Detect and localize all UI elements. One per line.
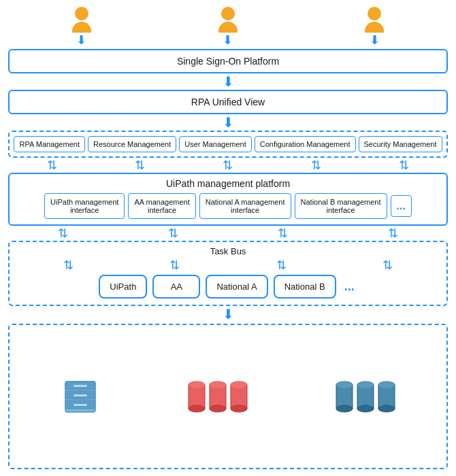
db-red-icon-1 xyxy=(187,378,206,415)
arrows-row-2: ⇅ ⇅ ⇅ ⇅ xyxy=(8,227,448,239)
user-2: ⬇ xyxy=(218,7,238,46)
svg-point-30 xyxy=(378,381,395,388)
svg-point-26 xyxy=(357,381,374,388)
arrow-ud-7: ⇅ xyxy=(168,227,178,239)
arrow-taskbus-bottom: ⬇ xyxy=(223,307,234,321)
arrow-down-2: ⬇ xyxy=(223,34,233,46)
bottom-db-section xyxy=(8,324,448,469)
arrow-ud-3: ⇅ xyxy=(223,159,233,171)
svg-rect-4 xyxy=(74,385,87,387)
iface-aa: AA managementinterface xyxy=(128,193,195,219)
taskbus-systems-row: UiPath AA National A National B ... xyxy=(15,274,441,299)
db-dark-stack xyxy=(335,378,396,415)
arrow-ud-6: ⇅ xyxy=(58,227,68,239)
iface-dots: ... xyxy=(391,195,412,217)
svg-point-29 xyxy=(378,405,395,412)
arrow-ud-11: ⇅ xyxy=(169,259,180,271)
arrow-ud-4: ⇅ xyxy=(311,159,321,171)
rpa-unified-label: RPA Unified View xyxy=(191,97,265,107)
user-figure-3 xyxy=(365,7,384,33)
svg-point-14 xyxy=(210,381,226,388)
svg-point-10 xyxy=(189,381,205,388)
arrow-ud-1: ⇅ xyxy=(47,159,57,171)
db-dark-icon-1 xyxy=(335,378,354,415)
svg-point-18 xyxy=(231,381,247,388)
arrow-ud-2: ⇅ xyxy=(135,159,145,171)
db-dark-icon-2 xyxy=(356,378,375,415)
rpa-national-a: National A xyxy=(206,275,267,299)
arrow-down-3: ⬇ xyxy=(370,34,380,46)
rpa-dots: ... xyxy=(342,274,357,299)
user-figure-1 xyxy=(72,7,91,33)
sso-platform-label: Single Sign-On Platform xyxy=(177,56,279,67)
module-security-management: Security Management xyxy=(359,136,442,152)
arrow-sso-rpa: ⬇ xyxy=(223,75,234,88)
arrow-ud-5: ⇅ xyxy=(399,159,409,171)
svg-point-17 xyxy=(231,405,247,412)
architecture-diagram: ⬇ ⬇ ⬇ Single Sign-On Platform ⬇ RPA Unif… xyxy=(0,0,456,476)
db-blue-stack xyxy=(60,378,101,415)
iface-uipath: UiPath managementinterface xyxy=(44,193,125,219)
user-3: ⬇ xyxy=(365,7,384,46)
taskbus-title: Task Bus xyxy=(15,246,441,256)
platform-title: UiPath management platform xyxy=(15,178,441,189)
arrows-row-1: ⇅ ⇅ ⇅ ⇅ ⇅ xyxy=(8,159,448,171)
svg-point-21 xyxy=(336,405,353,412)
arrows-row-3: ⇅ ⇅ ⇅ ⇅ xyxy=(15,259,441,271)
modules-container: RPA Management Resource Management User … xyxy=(8,131,448,158)
user-head-3 xyxy=(368,7,381,20)
rpa-unified-box: RPA Unified View xyxy=(8,90,448,114)
user-head-1 xyxy=(75,7,88,20)
taskbus-container: Task Bus ⇅ ⇅ ⇅ ⇅ UiPath AA National A Na… xyxy=(8,241,448,306)
db-red-stack xyxy=(187,378,248,415)
svg-rect-6 xyxy=(74,404,87,406)
arrow-ud-13: ⇅ xyxy=(382,259,393,271)
users-row: ⬇ ⬇ ⬇ xyxy=(8,7,448,46)
db-blue-icon xyxy=(60,378,101,415)
module-resource-management: Resource Management xyxy=(88,136,176,152)
user-1: ⬇ xyxy=(72,7,91,46)
sso-platform-box: Single Sign-On Platform xyxy=(8,49,448,73)
user-head-2 xyxy=(221,7,235,20)
iface-national-b: National B managementinterface xyxy=(295,193,387,219)
platform-container: UiPath management platform UiPath manage… xyxy=(8,173,448,226)
arrow-ud-10: ⇅ xyxy=(63,259,74,271)
platform-interfaces-row: UiPath managementinterface AA management… xyxy=(15,193,441,219)
user-body-3 xyxy=(365,22,384,33)
rpa-national-b: National B xyxy=(274,275,336,299)
svg-point-25 xyxy=(357,405,374,412)
module-rpa-management: RPA Management xyxy=(14,136,84,152)
user-figure-2 xyxy=(218,7,238,33)
user-body-2 xyxy=(218,22,238,33)
user-body-1 xyxy=(72,22,91,33)
module-user-management: User Management xyxy=(179,136,252,152)
db-red-icon-2 xyxy=(208,378,227,415)
svg-point-9 xyxy=(189,405,205,412)
svg-point-13 xyxy=(210,405,226,412)
rpa-aa: AA xyxy=(152,275,200,299)
arrow-ud-12: ⇅ xyxy=(276,259,287,271)
db-dark-icon-3 xyxy=(377,378,396,415)
arrow-ud-9: ⇅ xyxy=(388,227,398,239)
arrow-rpa-modules: ⬇ xyxy=(223,116,234,129)
arrow-down-1: ⬇ xyxy=(76,34,86,46)
module-configuration-management: Configuration Management xyxy=(255,136,356,152)
svg-rect-5 xyxy=(74,394,87,396)
iface-national-a: National A managementinterface xyxy=(199,193,291,219)
db-red-icon-3 xyxy=(229,378,248,415)
svg-point-22 xyxy=(336,381,353,388)
rpa-uipath: UiPath xyxy=(99,275,147,299)
arrow-ud-8: ⇅ xyxy=(278,227,288,239)
